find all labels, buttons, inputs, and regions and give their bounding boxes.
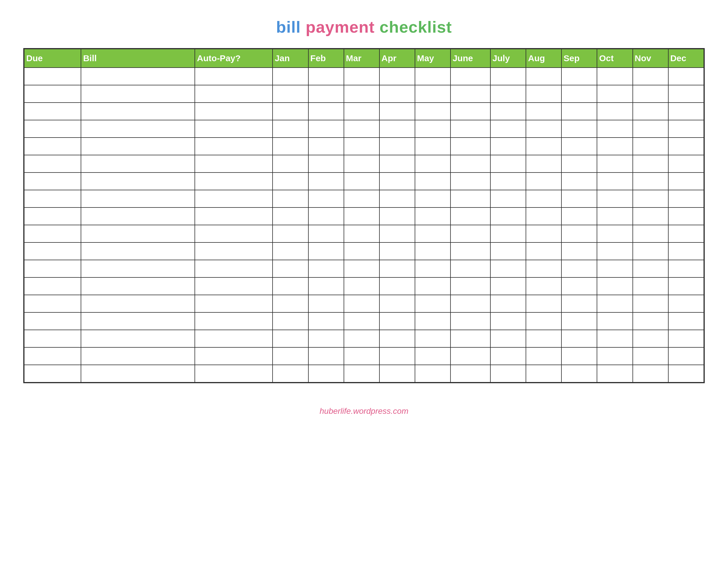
table-row[interactable] [24, 120, 704, 137]
cell-oct[interactable] [597, 103, 632, 120]
cell-feb[interactable] [308, 260, 344, 277]
table-row[interactable] [24, 295, 704, 313]
cell-dec[interactable] [668, 172, 704, 190]
cell-feb[interactable] [308, 85, 344, 103]
cell-bill[interactable] [81, 365, 195, 382]
cell-sep[interactable] [561, 277, 597, 295]
cell-sep[interactable] [561, 120, 597, 137]
cell-july[interactable] [490, 85, 526, 103]
cell-nov[interactable] [633, 330, 668, 347]
cell-sep[interactable] [561, 172, 597, 190]
cell-may[interactable] [415, 277, 450, 295]
cell-mar[interactable] [344, 277, 379, 295]
cell-june[interactable] [450, 68, 490, 85]
cell-oct[interactable] [597, 207, 632, 225]
cell-autopay[interactable] [195, 103, 273, 120]
cell-june[interactable] [450, 120, 490, 137]
cell-jan[interactable] [273, 120, 308, 137]
cell-sep[interactable] [561, 313, 597, 330]
cell-may[interactable] [415, 68, 450, 85]
cell-mar[interactable] [344, 225, 379, 242]
cell-mar[interactable] [344, 172, 379, 190]
cell-due[interactable] [24, 137, 81, 155]
cell-bill[interactable] [81, 347, 195, 365]
cell-jan[interactable] [273, 103, 308, 120]
cell-may[interactable] [415, 103, 450, 120]
cell-due[interactable] [24, 347, 81, 365]
cell-bill[interactable] [81, 277, 195, 295]
cell-apr[interactable] [379, 225, 415, 242]
table-row[interactable] [24, 277, 704, 295]
cell-nov[interactable] [633, 155, 668, 172]
cell-dec[interactable] [668, 347, 704, 365]
cell-oct[interactable] [597, 365, 632, 382]
cell-mar[interactable] [344, 295, 379, 313]
cell-nov[interactable] [633, 103, 668, 120]
cell-apr[interactable] [379, 260, 415, 277]
table-row[interactable] [24, 225, 704, 242]
cell-june[interactable] [450, 347, 490, 365]
cell-apr[interactable] [379, 137, 415, 155]
cell-autopay[interactable] [195, 313, 273, 330]
cell-nov[interactable] [633, 68, 668, 85]
cell-mar[interactable] [344, 260, 379, 277]
cell-due[interactable] [24, 242, 81, 260]
cell-july[interactable] [490, 120, 526, 137]
cell-autopay[interactable] [195, 242, 273, 260]
cell-sep[interactable] [561, 103, 597, 120]
cell-apr[interactable] [379, 172, 415, 190]
cell-mar[interactable] [344, 68, 379, 85]
cell-jan[interactable] [273, 260, 308, 277]
cell-feb[interactable] [308, 365, 344, 382]
cell-june[interactable] [450, 137, 490, 155]
cell-nov[interactable] [633, 190, 668, 207]
cell-sep[interactable] [561, 347, 597, 365]
cell-due[interactable] [24, 85, 81, 103]
cell-jan[interactable] [273, 347, 308, 365]
cell-sep[interactable] [561, 225, 597, 242]
cell-dec[interactable] [668, 155, 704, 172]
cell-sep[interactable] [561, 330, 597, 347]
cell-apr[interactable] [379, 295, 415, 313]
cell-autopay[interactable] [195, 277, 273, 295]
cell-apr[interactable] [379, 242, 415, 260]
cell-july[interactable] [490, 347, 526, 365]
cell-apr[interactable] [379, 68, 415, 85]
cell-june[interactable] [450, 103, 490, 120]
cell-autopay[interactable] [195, 295, 273, 313]
cell-due[interactable] [24, 68, 81, 85]
cell-july[interactable] [490, 103, 526, 120]
table-row[interactable] [24, 330, 704, 347]
cell-apr[interactable] [379, 207, 415, 225]
cell-mar[interactable] [344, 207, 379, 225]
cell-aug[interactable] [526, 190, 561, 207]
cell-feb[interactable] [308, 347, 344, 365]
cell-aug[interactable] [526, 103, 561, 120]
cell-jan[interactable] [273, 85, 308, 103]
cell-apr[interactable] [379, 365, 415, 382]
cell-jan[interactable] [273, 295, 308, 313]
cell-july[interactable] [490, 225, 526, 242]
cell-aug[interactable] [526, 85, 561, 103]
cell-aug[interactable] [526, 155, 561, 172]
cell-oct[interactable] [597, 172, 632, 190]
cell-may[interactable] [415, 225, 450, 242]
cell-due[interactable] [24, 277, 81, 295]
cell-aug[interactable] [526, 225, 561, 242]
cell-bill[interactable] [81, 85, 195, 103]
cell-may[interactable] [415, 313, 450, 330]
cell-aug[interactable] [526, 120, 561, 137]
cell-jan[interactable] [273, 68, 308, 85]
cell-jan[interactable] [273, 330, 308, 347]
cell-bill[interactable] [81, 295, 195, 313]
cell-july[interactable] [490, 330, 526, 347]
cell-sep[interactable] [561, 68, 597, 85]
cell-bill[interactable] [81, 207, 195, 225]
cell-july[interactable] [490, 260, 526, 277]
cell-oct[interactable] [597, 313, 632, 330]
cell-apr[interactable] [379, 103, 415, 120]
cell-aug[interactable] [526, 365, 561, 382]
cell-july[interactable] [490, 68, 526, 85]
cell-dec[interactable] [668, 277, 704, 295]
cell-nov[interactable] [633, 365, 668, 382]
